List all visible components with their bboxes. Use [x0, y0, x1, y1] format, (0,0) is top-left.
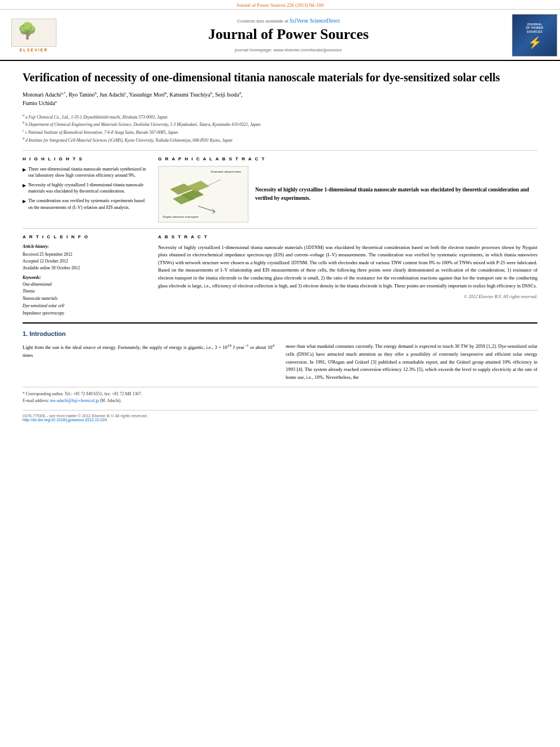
ga-text: Necessity of highly crystalline 1-dimens… [255, 186, 537, 202]
doi-line: http://dx.doi.org/10.1016/j.jpowsour.201… [23, 418, 537, 422]
graphical-abstract-col: G R A P H I C A L A B S T R A C T [158, 156, 537, 222]
issn-line: 0378-7753/$ – see front matter © 2012 El… [23, 414, 537, 418]
doi-link[interactable]: http://dx.doi.org/10.1016/j.jpowsour.201… [23, 418, 107, 422]
journal-citation: Journal of Power Sources 226 (2013) 94–1… [237, 2, 323, 8]
journal-top-bar: Journal of Power Sources 226 (2013) 94–1… [0, 0, 560, 10]
divider-bold [23, 322, 537, 324]
affil-d: d Institute for Integrated Cell-Material… [25, 137, 233, 142]
svg-marker-4 [187, 181, 209, 192]
arrow-icon-2: ▶ [23, 182, 26, 194]
author-seiji: Seiji Isoda [215, 91, 239, 98]
highlights-graphical-section: H I G H L I G H T S ▶ Three one-dimensio… [23, 156, 537, 222]
keyword-5: Impedance spectroscopy [23, 310, 147, 317]
main-content: Verification of necessity of one-dimensi… [0, 61, 560, 431]
received-date: Received 25 September 2012 [23, 251, 147, 258]
highlight-item-2: ▶ Necessity of highly crystallized 1-dim… [23, 182, 147, 194]
highlights-header: H I G H L I G H T S [23, 156, 147, 161]
email-link[interactable]: mo-adachi@fuji-chemical.jp [50, 398, 99, 403]
logo-image: 🌳 [11, 19, 56, 47]
bottom-bar: 0378-7753/$ – see front matter © 2012 El… [23, 410, 537, 422]
keyword-1: One-dimensional [23, 281, 147, 289]
elsevier-logo-area: 🌳 ELSEVIER [0, 14, 68, 56]
affil-a: a Fuji Chemical Co., Ltd., 1-35-1 Deyash… [25, 114, 167, 119]
corresponding-footnote: * Corresponding author. Tel.: +81 72 849… [23, 391, 537, 397]
sciverse-prefix: Contents lists available at [237, 19, 288, 24]
article-title: Verification of necessity of one-dimensi… [23, 70, 537, 85]
keywords-label: Keywords: [23, 275, 147, 280]
author-motonari: Motonari Adachi [23, 91, 61, 98]
introduction-section: 1. Introduction Light from the sun is th… [23, 330, 537, 381]
elsevier-label: ELSEVIER [20, 48, 49, 52]
affiliations: a a Fuji Chemical Co., Ltd., 1-35-1 Deya… [23, 112, 537, 143]
journal-title-area: Contents lists available at SciVerse Sci… [68, 14, 509, 56]
highlight-item-1: ▶ Three one-dimensional titania nanoscal… [23, 166, 147, 178]
graphical-abstract-header: G R A P H I C A L A B S T R A C T [158, 156, 537, 161]
cover-title: JOURNALOF POWERSOURCES [524, 21, 544, 35]
keyword-4: Dye-sensitized solar cell [23, 303, 147, 310]
divider-2 [23, 228, 537, 229]
arrow-icon-3: ▶ [23, 198, 26, 210]
elsevier-logo: 🌳 ELSEVIER [11, 19, 56, 52]
keyword-2: Titania [23, 288, 147, 295]
email-footnote: E-mail address: mo-adachi@fuji-chemical.… [23, 397, 537, 404]
ga-label-bottom: Rapid electron transport [161, 215, 200, 219]
intro-body: Light from the sun is the ideal source o… [23, 343, 537, 381]
sciverse-line: Contents lists available at SciVerse Sci… [237, 18, 340, 24]
introduction-header: 1. Introduction [23, 330, 537, 337]
footnote-area: * Corresponding author. Tel.: +81 72 849… [23, 387, 537, 404]
tree-icon: 🌳 [18, 21, 37, 40]
affil-b: b Department of Chemical Engineering and… [25, 122, 260, 127]
highlight-text-2: Necessity of highly crystallized 1-dimen… [28, 182, 147, 194]
authors-line: Motonari Adachia,*, Ryo Taninob, Jun Ada… [23, 90, 537, 108]
email-label: E-mail address: [23, 398, 49, 403]
article-info-col: A R T I C L E I N F O Article history: R… [23, 234, 147, 317]
intro-text-left: Light from the sun is the ideal source o… [23, 344, 274, 358]
journal-cover-area: JOURNALOF POWERSOURCES ⚡ [509, 14, 560, 56]
history-label: Article history: [23, 244, 147, 249]
affil-c: c National Institute of Biomedical Innov… [25, 130, 178, 135]
journal-cover: JOURNALOF POWERSOURCES ⚡ [512, 14, 557, 56]
arrow-icon-1: ▶ [23, 167, 26, 178]
highlight-text-1: Three one-dimensional titania nanoscale … [28, 166, 147, 178]
author-ryo: Ryo Tanino [68, 91, 94, 98]
graphical-abstract-content: Oriented attachment Rapid electron trans… [158, 166, 537, 222]
svg-line-0 [207, 180, 221, 186]
abstract-text: Necessity of highly crystallized 1-dimen… [158, 244, 537, 290]
highlights-col: H I G H L I G H T S ▶ Three one-dimensio… [23, 156, 147, 222]
intro-col-left: Light from the sun is the ideal source o… [23, 343, 274, 381]
sciverse-link[interactable]: SciVerse ScienceDirect [290, 18, 340, 24]
divider-1 [23, 150, 537, 151]
ga-label-top: Oriented attachment [209, 169, 242, 174]
author-fumio: Fumio Uchida [23, 101, 55, 107]
abstract-col: A B S T R A C T Necessity of highly crys… [158, 234, 537, 317]
accepted-date: Accepted 12 October 2012 [23, 258, 147, 265]
journal-header: 🌳 ELSEVIER Contents lists available at S… [0, 10, 560, 61]
ga-image: Oriented attachment Rapid electron trans… [158, 166, 248, 222]
keyword-3: Nanoscale materials [23, 295, 147, 303]
journal-title: Journal of Power Sources [208, 26, 369, 43]
author-jun: Jun Adachi [99, 91, 125, 98]
author-yasushige: Yasushige Mori [129, 91, 165, 98]
highlight-item-3: ▶ The consideration was verified by syst… [23, 198, 147, 210]
author-katsumi: Katsumi Tsuchiya [169, 91, 210, 98]
copyright-notice: © 2012 Elsevier B.V. All rights reserved… [158, 294, 537, 299]
abstract-header: A B S T R A C T [158, 234, 537, 239]
available-date: Available online 30 October 2012 [23, 265, 147, 272]
intro-title: Introduction [29, 330, 65, 337]
lightning-icon: ⚡ [528, 36, 542, 49]
email-name: (M. Adachi). [100, 398, 122, 403]
highlight-text-3: The consideration was verified by system… [28, 198, 147, 210]
intro-col-right: more than what mankind consumes currentl… [286, 343, 537, 381]
info-abstract-section: A R T I C L E I N F O Article history: R… [23, 234, 537, 317]
keywords-list: One-dimensional Titania Nanoscale materi… [23, 281, 147, 317]
intro-number: 1. [23, 330, 28, 337]
journal-homepage: journal homepage: www.elsevier.com/locat… [235, 47, 342, 53]
article-info-header: A R T I C L E I N F O [23, 234, 147, 239]
ga-svg [164, 175, 238, 215]
